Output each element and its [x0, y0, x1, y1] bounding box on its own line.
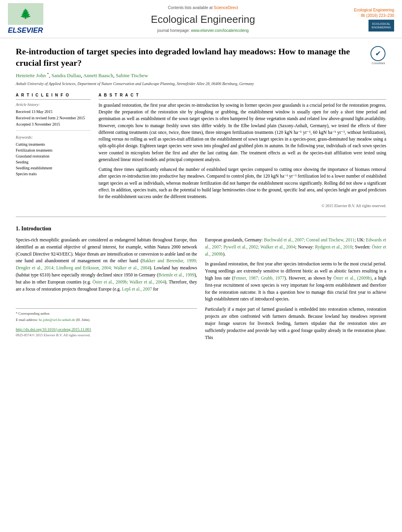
elsevier-tree-icon: 🌲	[8, 3, 43, 25]
elsevier-wordmark: ELSEVIER	[8, 26, 43, 35]
abstract-p1: In grassland restoration, the first year…	[99, 102, 386, 163]
keyword-5: Seedling establishment	[16, 165, 91, 171]
badge-line1: ECOLOGICAL	[372, 22, 391, 26]
ref-buchwald[interactable]: Buchwald et al., 2007; Conrad and Tische…	[264, 237, 355, 242]
divider-keywords	[16, 130, 91, 131]
ref-leps[interactable]: Lepš et al., 2007	[122, 287, 152, 291]
main-content: Re-introduction of target species into d…	[0, 38, 402, 352]
ref-oster-1[interactable]: Öster et al., 2009b; Walker et al., 2004	[93, 280, 165, 284]
article-history-label: Article history:	[16, 102, 91, 108]
email-line: E-mail address: he.john@oel.hs-anhalt.de…	[16, 317, 197, 323]
intro-p1: Species-rich mesophilic grasslands are c…	[16, 237, 197, 293]
article-info-abstract: A R T I C L E I N F O Article history: R…	[16, 93, 386, 209]
abstract-heading: A B S T R A C T	[99, 93, 386, 100]
intro-section-title: 1. Introduction	[16, 225, 386, 233]
intro-left-text: Species-rich mesophilic grasslands are c…	[16, 237, 197, 293]
badge-line2: ENGINEERING	[372, 26, 391, 29]
intro-r-p3: Particularly if a major part of farmed g…	[205, 306, 386, 341]
received-revised-date: Received in revised form 2 November 2015	[16, 115, 91, 121]
author-dullau[interactable]: Sandra Dullau	[51, 73, 81, 79]
email-suffix: (H. John).	[75, 318, 91, 322]
issn-line: 0925-8574/© 2015 Elsevier B.V. All right…	[16, 333, 197, 338]
crossmark-badge[interactable]: ✔ CrossMark	[370, 46, 386, 62]
footnote-divider	[16, 308, 197, 309]
abstract-p2: Cutting three times significantly enhanc…	[99, 166, 386, 200]
copyright: © 2015 Elsevier B.V. All rights reserved…	[99, 203, 386, 209]
article-info-heading: A R T I C L E I N F O	[16, 93, 91, 100]
keyword-2: Fertilization treatments	[16, 148, 91, 153]
ref-oster-3[interactable]: Öster et al., (2009b)	[333, 276, 372, 280]
intro-right-text: European grasslands, Germany: Buchwald e…	[205, 237, 386, 341]
author-tischew[interactable]: Sabine Tischew	[116, 73, 148, 79]
introduction-section: Species-rich mesophilic grasslands are c…	[16, 237, 386, 344]
homepage-link[interactable]: www.elsevier.com/locate/ecoleng	[191, 28, 249, 33]
journal-homepage: journal homepage: www.elsevier.com/locat…	[55, 28, 351, 33]
keywords-label: Keywords:	[16, 135, 91, 140]
elsevier-logo-section: 🌲 ELSEVIER	[8, 3, 55, 35]
homepage-label: journal homepage:	[157, 28, 191, 33]
keyword-3: Grassland restoration	[16, 154, 91, 159]
sciencedirect-line: Contents lists available at ScienceDirec…	[55, 5, 351, 11]
journal-badge-section: Ecological Engineering 86 (2016) 223–230…	[351, 7, 394, 32]
intro-r-p2: In grassland restoration, the first year…	[205, 261, 386, 303]
journal-title: Ecological Engineering	[55, 12, 351, 26]
doi-section: http://dx.doi.org/10.1016/j.ecoleng.2015…	[16, 326, 197, 333]
intro-right-col: European grasslands, Germany: Buchwald e…	[205, 237, 386, 344]
contents-label: Contents lists available at	[168, 6, 214, 10]
abstract-text: In grassland restoration, the first year…	[99, 102, 386, 200]
received-date: Received 13 May 2015	[16, 109, 91, 115]
keywords-list: Cutting treatments Fertilization treatme…	[16, 142, 91, 177]
author-john[interactable]: Henriette John	[16, 73, 46, 79]
article-title-section: Re-introduction of target species into d…	[16, 46, 386, 69]
affiliation: Anhalt University of Applied Sciences, D…	[16, 81, 386, 87]
section-divider	[16, 217, 386, 217]
intro-r-p1: European grasslands, Germany: Buchwald e…	[205, 237, 386, 258]
ref-briemle[interactable]: Briemle et al., 1999	[158, 272, 195, 277]
page-header: 🌲 ELSEVIER Contents lists available at S…	[0, 0, 402, 38]
doi-link[interactable]: http://dx.doi.org/10.1016/j.ecoleng.2015…	[16, 327, 91, 332]
crossmark-circle: ✔	[370, 46, 385, 61]
journal-badge: ECOLOGICAL ENGINEERING	[368, 20, 394, 32]
keyword-6: Species traits	[16, 171, 91, 177]
article-title: Re-introduction of target species into d…	[16, 46, 363, 69]
abstract-col: A B S T R A C T In grassland restoration…	[99, 93, 386, 209]
footnote-section: * Corresponding author. E-mail address: …	[16, 308, 197, 337]
article-info-col: A R T I C L E I N F O Article history: R…	[16, 93, 91, 209]
author-baasch[interactable]: Annett Baasch	[83, 73, 113, 79]
ref-fenner[interactable]: Fenner, 1987; Grubb, 1977	[234, 276, 285, 280]
ref-bakker[interactable]: Bakker and Berendse, 1999; Dengler et al…	[16, 258, 197, 270]
volume-line: Ecological Engineering 86 (2016) 223–230	[351, 7, 394, 19]
keyword-1: Cutting treatments	[16, 142, 91, 147]
ref-rydgren[interactable]: Rydgren et al., 2010	[315, 245, 352, 249]
header-center: Contents lists available at ScienceDirec…	[55, 5, 351, 33]
email-link[interactable]: he.john@oel.hs-anhalt.de	[39, 318, 75, 322]
crossmark-label: CrossMark	[370, 61, 386, 65]
authors-line: Henriette John *, Sandra Dullau, Annett …	[16, 72, 386, 80]
sciencedirect-link[interactable]: ScienceDirect	[214, 6, 238, 10]
email-label: E-mail address:	[16, 318, 39, 322]
accepted-date: Accepted 3 November 2015	[16, 122, 91, 127]
corresponding-note: * Corresponding author.	[16, 311, 197, 316]
intro-left-col: Species-rich mesophilic grasslands are c…	[16, 237, 197, 344]
keyword-4: Seeding	[16, 159, 91, 165]
